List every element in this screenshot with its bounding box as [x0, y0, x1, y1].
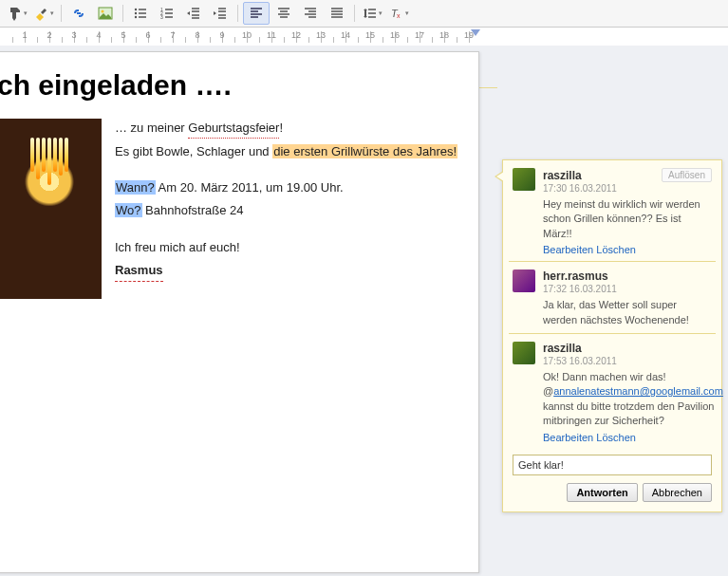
- delete-link[interactable]: Löschen: [596, 244, 636, 255]
- image-button[interactable]: [93, 3, 118, 24]
- signature: Rasmus: [115, 261, 163, 282]
- avatar: [513, 269, 535, 292]
- toolbar: ▾ ▾ 123 ▾ Tx▾: [0, 0, 728, 28]
- comment-time: 17:30 16.03.2011: [543, 183, 712, 194]
- bullet-list-button[interactable]: [128, 3, 153, 24]
- numbered-list-button[interactable]: 123: [155, 3, 179, 24]
- comment-panel: raszillaAuflösen17:30 16.03.2011Hey mein…: [502, 159, 722, 512]
- when-label: Wann?: [115, 180, 156, 195]
- reply-input[interactable]: [513, 455, 712, 475]
- comment-text: Ok! Dann machen wir das! @annalenatestma…: [543, 370, 723, 429]
- svg-point-1: [102, 10, 104, 13]
- intro-word: Geburtstagsfeier: [188, 119, 279, 139]
- intro-suffix: !: [279, 121, 283, 135]
- when-text: Am 20. März 2011, um 19.00 Uhr.: [156, 180, 344, 195]
- comment-author: raszilla: [543, 342, 582, 355]
- comment-author: raszilla: [543, 169, 582, 182]
- highlight-button[interactable]: ▾: [31, 3, 56, 24]
- comment[interactable]: herr.rasmus17:32 16.03.2011Ja klar, das …: [503, 262, 721, 333]
- comment-author: herr.rasmus: [543, 269, 608, 283]
- reply-button[interactable]: Antworten: [567, 483, 637, 502]
- document-page: ch eingeladen …. … zu meiner Geburtstags…: [0, 51, 479, 573]
- align-center-button[interactable]: [271, 3, 296, 24]
- invitation-image[interactable]: [0, 119, 102, 299]
- svg-point-4: [135, 16, 137, 18]
- svg-text:x: x: [397, 12, 401, 19]
- separator: [122, 5, 123, 22]
- canvas-area: ch eingeladen …. … zu meiner Geburtstags…: [0, 46, 728, 576]
- svg-point-2: [135, 9, 137, 10]
- separator: [354, 5, 355, 22]
- edit-link[interactable]: Bearbeiten: [543, 432, 593, 443]
- comment-text: Hey meinst du wirklich wir werden schon …: [543, 197, 712, 241]
- reply-area: [503, 449, 721, 477]
- document-body[interactable]: … zu meiner Geburtstagsfeier! Es gibt Bo…: [115, 119, 465, 299]
- comment[interactable]: raszilla17:53 16.03.2011Ok! Dann machen …: [503, 334, 721, 449]
- closing-text: Ich freu mich auf euch!: [115, 238, 465, 257]
- ruler: 12345678910111213141516171819: [0, 28, 728, 47]
- paint-format-button[interactable]: ▾: [5, 3, 29, 24]
- separator: [237, 5, 238, 22]
- separator: [61, 5, 62, 22]
- where-text: Bahnhofstraße 24: [142, 203, 244, 217]
- indent-button[interactable]: [208, 3, 233, 24]
- line2-prefix: Es gibt Bowle, Schlager und: [115, 144, 272, 158]
- line-spacing-button[interactable]: ▾: [360, 3, 384, 24]
- comment[interactable]: raszillaAuflösen17:30 16.03.2011Hey mein…: [503, 160, 721, 261]
- align-left-button[interactable]: [243, 2, 270, 25]
- outdent-button[interactable]: [181, 3, 206, 24]
- comment-text: Ja klar, das Wetter soll super werden nä…: [543, 298, 712, 327]
- resolve-button[interactable]: Auflösen: [662, 168, 712, 182]
- avatar: [513, 168, 535, 191]
- intro-prefix: … zu meiner: [115, 121, 188, 135]
- cancel-button[interactable]: Abbrechen: [643, 483, 712, 502]
- commented-highlight[interactable]: die ersten Grillwürste des Jahres!: [272, 144, 457, 158]
- comment-time: 17:53 16.03.2011: [543, 356, 723, 366]
- edit-link[interactable]: Bearbeiten: [543, 244, 593, 255]
- avatar: [513, 342, 535, 364]
- clear-format-button[interactable]: Tx▾: [386, 3, 411, 24]
- align-right-button[interactable]: [298, 3, 323, 24]
- delete-link[interactable]: Löschen: [596, 432, 636, 443]
- mention-link[interactable]: annalenatestmann@googlemail.com: [553, 385, 723, 397]
- where-label: Wo?: [115, 203, 142, 217]
- comment-time: 17:32 16.03.2011: [543, 284, 712, 294]
- svg-point-3: [135, 12, 137, 14]
- document-title[interactable]: ch eingeladen ….: [0, 69, 465, 102]
- link-button[interactable]: [66, 3, 91, 24]
- svg-text:3: 3: [160, 14, 163, 20]
- align-justify-button[interactable]: [325, 3, 349, 24]
